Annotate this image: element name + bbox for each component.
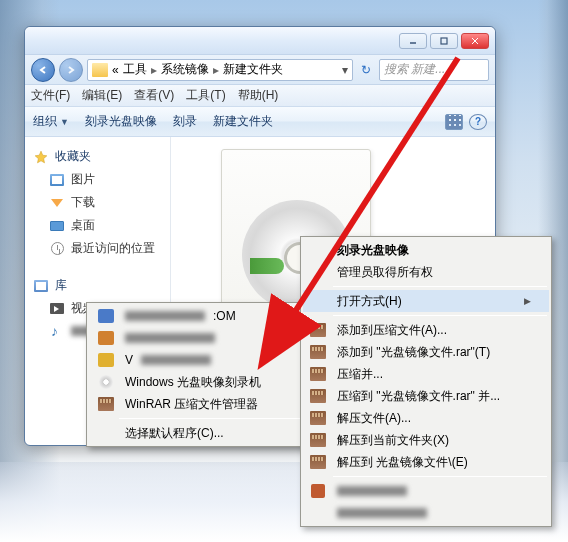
menu-help[interactable]: 帮助(H) — [238, 87, 279, 104]
openwith-item-blurred-2[interactable] — [89, 327, 307, 349]
disc-icon — [95, 373, 117, 391]
titlebar — [25, 27, 495, 55]
music-icon: ♪ — [49, 323, 65, 339]
search-placeholder: 搜索 新建... — [384, 61, 445, 78]
recent-icon — [49, 241, 65, 257]
crumb-2[interactable]: 系统镜像 — [161, 61, 209, 78]
tb-newfolder[interactable]: 新建文件夹 — [213, 113, 273, 130]
openwith-choose-default[interactable]: 选择默认程序(C)... — [89, 422, 307, 444]
sidebar-library[interactable]: 库 — [27, 274, 168, 297]
separator — [333, 315, 547, 316]
chevron-icon: ▸ — [151, 63, 157, 77]
app-icon — [307, 482, 329, 500]
sidebar-item-desktop[interactable]: 桌面 — [27, 214, 168, 237]
sidebar-favorites[interactable]: 收藏夹 — [27, 145, 168, 168]
menu-tools[interactable]: 工具(T) — [186, 87, 225, 104]
dropdown-icon[interactable]: ▾ — [342, 63, 348, 77]
crumb-prefix: « — [112, 63, 119, 77]
crumb-3[interactable]: 新建文件夹 — [223, 61, 283, 78]
menu-view[interactable]: 查看(V) — [134, 87, 174, 104]
chevron-right-icon: ▶ — [524, 296, 531, 306]
menu-file[interactable]: 文件(F) — [31, 87, 70, 104]
breadcrumb[interactable]: « 工具 ▸ 系统镜像 ▸ 新建文件夹 ▾ — [87, 59, 353, 81]
video-icon — [49, 301, 65, 317]
sidebar-label: 库 — [55, 277, 67, 294]
ctx-add-rar[interactable]: 添加到 "光盘镜像文件.rar"(T) — [303, 341, 549, 363]
app-icon — [95, 351, 117, 369]
ctx-extract-to[interactable]: 解压到 光盘镜像文件\(E) — [303, 451, 549, 473]
sidebar-item-recent[interactable]: 最近访问的位置 — [27, 237, 168, 260]
openwith-item-blurred-3[interactable]: V — [89, 349, 307, 371]
download-icon — [49, 195, 65, 211]
library-icon — [33, 278, 49, 294]
maximize-button[interactable] — [430, 33, 458, 49]
ctx-burn-image[interactable]: 刻录光盘映像 — [303, 239, 549, 261]
menubar: 文件(F) 编辑(E) 查看(V) 工具(T) 帮助(H) — [25, 85, 495, 107]
close-button[interactable] — [461, 33, 489, 49]
refresh-button[interactable]: ↻ — [357, 61, 375, 79]
svg-rect-1 — [441, 38, 447, 44]
ctx-compress-and[interactable]: 压缩并... — [303, 363, 549, 385]
ctx-add-archive[interactable]: 添加到压缩文件(A)... — [303, 319, 549, 341]
openwith-windows-burner[interactable]: Windows 光盘映像刻录机 — [89, 371, 307, 393]
search-input[interactable]: 搜索 新建... — [379, 59, 489, 81]
ctx-extract[interactable]: 解压文件(A)... — [303, 407, 549, 429]
winrar-icon — [95, 395, 117, 413]
tb-burn-image[interactable]: 刻录光盘映像 — [85, 113, 157, 130]
tb-burn[interactable]: 刻录 — [173, 113, 197, 130]
context-menu: 刻录光盘映像 管理员取得所有权 打开方式(H)▶ 添加到压缩文件(A)... 添… — [300, 236, 552, 527]
minimize-button[interactable] — [399, 33, 427, 49]
pictures-icon — [49, 172, 65, 188]
star-icon — [33, 149, 49, 165]
back-button[interactable] — [31, 58, 55, 82]
winrar-icon — [307, 365, 329, 383]
winrar-icon — [307, 431, 329, 449]
ctx-blurred-2[interactable] — [303, 502, 549, 524]
ctx-admin-own[interactable]: 管理员取得所有权 — [303, 261, 549, 283]
crumb-1[interactable]: 工具 — [123, 61, 147, 78]
openwith-winrar[interactable]: WinRAR 压缩文件管理器 — [89, 393, 307, 415]
openwith-submenu: :OM V Windows 光盘映像刻录机 WinRAR 压缩文件管理器 选择默… — [86, 302, 310, 447]
help-button[interactable]: ? — [469, 114, 487, 130]
sidebar-item-pictures[interactable]: 图片 — [27, 168, 168, 191]
winrar-icon — [307, 387, 329, 405]
separator — [333, 286, 547, 287]
menu-edit[interactable]: 编辑(E) — [82, 87, 122, 104]
chevron-icon: ▸ — [213, 63, 219, 77]
tb-organize[interactable]: 组织▼ — [33, 113, 69, 130]
winrar-icon — [307, 409, 329, 427]
winrar-icon — [307, 343, 329, 361]
separator — [119, 418, 305, 419]
ctx-blurred-1[interactable] — [303, 480, 549, 502]
winrar-icon — [307, 321, 329, 339]
folder-icon — [92, 63, 108, 77]
app-icon — [95, 307, 117, 325]
winrar-icon — [307, 453, 329, 471]
forward-button[interactable] — [59, 58, 83, 82]
addressbar: « 工具 ▸ 系统镜像 ▸ 新建文件夹 ▾ ↻ 搜索 新建... — [25, 55, 495, 85]
sidebar-label: 收藏夹 — [55, 148, 91, 165]
sidebar-item-downloads[interactable]: 下载 — [27, 191, 168, 214]
app-icon — [95, 329, 117, 347]
separator — [333, 476, 547, 477]
view-options-button[interactable] — [445, 114, 463, 130]
ctx-compress-to-rar[interactable]: 压缩到 "光盘镜像文件.rar" 并... — [303, 385, 549, 407]
desktop-icon — [49, 218, 65, 234]
ctx-open-with[interactable]: 打开方式(H)▶ — [303, 290, 549, 312]
ctx-extract-here[interactable]: 解压到当前文件夹(X) — [303, 429, 549, 451]
toolbar: 组织▼ 刻录光盘映像 刻录 新建文件夹 ? — [25, 107, 495, 137]
openwith-item-blurred-1[interactable]: :OM — [89, 305, 307, 327]
